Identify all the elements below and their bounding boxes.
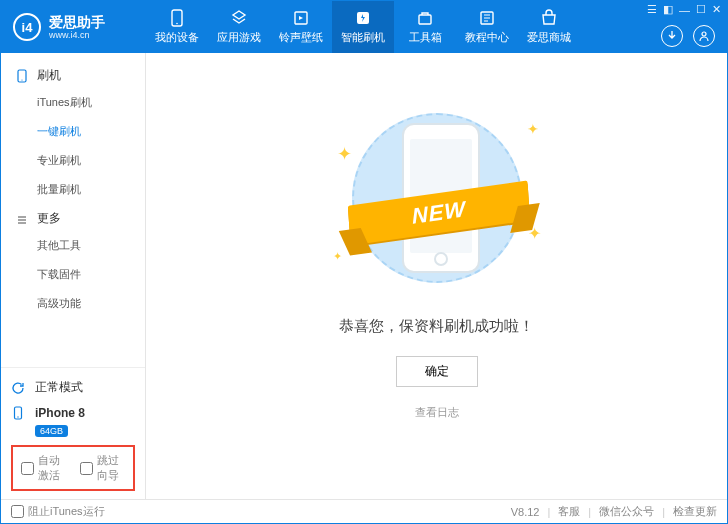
group-icon [15,212,29,226]
svg-rect-4 [419,15,431,24]
flash-icon [354,9,372,27]
phone-icon [11,406,29,420]
maximize-icon[interactable]: ☐ [696,3,706,16]
mode-label: 正常模式 [35,379,83,396]
tab-label: 智能刷机 [341,30,385,45]
sidebar-item[interactable]: 其他工具 [1,231,145,260]
confirm-button[interactable]: 确定 [396,356,478,387]
block-itunes-checkbox[interactable]: 阻止iTunes运行 [11,504,105,519]
sidebar: 刷机iTunes刷机一键刷机专业刷机批量刷机更多其他工具下载固件高级功能 正常模… [1,53,146,499]
store-icon [540,9,558,27]
toolbox-icon [416,9,434,27]
ribbon-banner: NEW [349,193,529,233]
svg-point-1 [176,23,178,25]
tab-label: 应用游戏 [217,30,261,45]
window-controls: ☰ ◧ — ☐ ✕ [647,3,721,16]
tab-flash[interactable]: 智能刷机 [332,1,394,53]
tab-label: 爱思商城 [527,30,571,45]
tab-apps[interactable]: 应用游戏 [208,1,270,53]
storage-badge: 64GB [35,425,68,437]
sidebar-item[interactable]: 下载固件 [1,260,145,289]
star-icon: ✦ [337,143,352,165]
success-message: 恭喜您，保资料刷机成功啦！ [339,317,534,336]
star-icon: ✦ [333,250,342,263]
tab-tutorial[interactable]: 教程中心 [456,1,518,53]
tutorial-icon [478,9,496,27]
wechat-link[interactable]: 微信公众号 [599,504,654,519]
devices-icon [168,9,186,27]
tab-label: 教程中心 [465,30,509,45]
menu-icon[interactable]: ☰ [647,3,657,16]
ringtones-icon [292,9,310,27]
group-title: 刷机 [37,67,61,84]
minimize-icon[interactable]: — [679,4,690,16]
skip-guide-checkbox[interactable]: 跳过向导 [80,453,125,483]
version-label: V8.12 [511,506,540,518]
success-illustration: ✦ ✦ ✦ ✦ NEW [327,103,547,293]
tab-label: 工具箱 [409,30,442,45]
sidebar-item[interactable]: 批量刷机 [1,175,145,204]
refresh-icon [11,381,29,395]
support-link[interactable]: 客服 [558,504,580,519]
logo: i4 爱思助手 www.i4.cn [1,13,146,41]
download-icon[interactable] [661,25,683,47]
tab-label: 我的设备 [155,30,199,45]
app-header: i4 爱思助手 www.i4.cn 我的设备应用游戏铃声壁纸智能刷机工具箱教程中… [1,1,727,53]
group-icon [15,69,29,83]
mode-row[interactable]: 正常模式 [11,376,135,399]
group-title: 更多 [37,210,61,227]
logo-title: 爱思助手 [49,15,105,29]
user-icon[interactable] [693,25,715,47]
tab-store[interactable]: 爱思商城 [518,1,580,53]
device-row[interactable]: iPhone 8 [11,403,135,423]
sidebar-item[interactable]: 专业刷机 [1,146,145,175]
tab-devices[interactable]: 我的设备 [146,1,208,53]
main-content: ✦ ✦ ✦ ✦ NEW 恭喜您，保资料刷机成功啦！ 确定 查看日志 [146,53,727,499]
apps-icon [230,9,248,27]
check-update-link[interactable]: 检查更新 [673,504,717,519]
tab-toolbox[interactable]: 工具箱 [394,1,456,53]
header-actions [661,25,715,47]
tab-label: 铃声壁纸 [279,30,323,45]
svg-point-10 [17,416,18,417]
view-log-link[interactable]: 查看日志 [415,405,459,420]
tab-ringtones[interactable]: 铃声壁纸 [270,1,332,53]
status-bar: 阻止iTunes运行 V8.12 | 客服 | 微信公众号 | 检查更新 [1,499,727,523]
skin-icon[interactable]: ◧ [663,3,673,16]
main-tabs: 我的设备应用游戏铃声壁纸智能刷机工具箱教程中心爱思商城 [146,1,580,53]
close-icon[interactable]: ✕ [712,3,721,16]
sidebar-item[interactable]: iTunes刷机 [1,88,145,117]
auto-activate-checkbox[interactable]: 自动激活 [21,453,66,483]
sidebar-group-header[interactable]: 更多 [1,204,145,231]
logo-subtitle: www.i4.cn [49,31,105,40]
star-icon: ✦ [527,121,539,137]
logo-icon: i4 [13,13,41,41]
device-name: iPhone 8 [35,406,85,420]
sidebar-item[interactable]: 高级功能 [1,289,145,318]
options-highlight-box: 自动激活 跳过向导 [11,445,135,491]
sidebar-group-header[interactable]: 刷机 [1,61,145,88]
svg-point-8 [21,79,22,80]
svg-point-6 [702,32,706,36]
sidebar-item[interactable]: 一键刷机 [1,117,145,146]
